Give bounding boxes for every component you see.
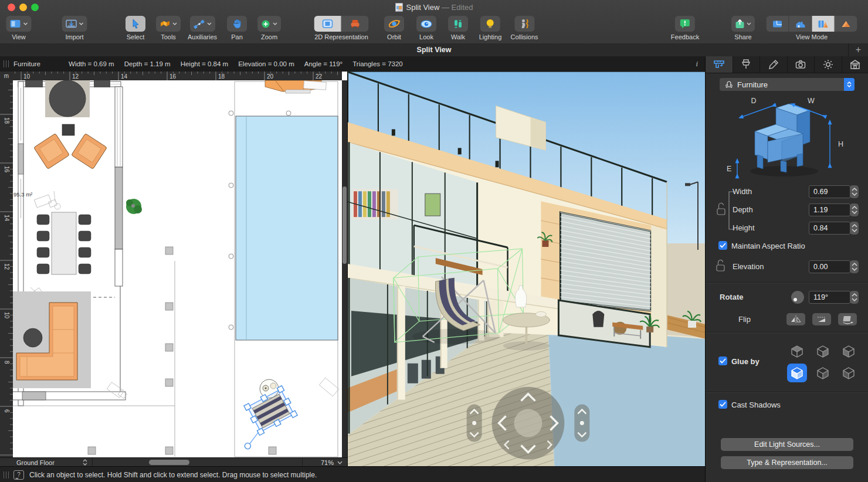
width-stepper[interactable] — [850, 185, 859, 198]
svg-text:18: 18 — [4, 117, 10, 124]
glue-ceiling-button[interactable] — [839, 364, 859, 382]
representation-3d-button[interactable] — [342, 16, 369, 32]
drag-grip-icon[interactable] — [4, 60, 9, 67]
maintain-aspect-ratio-checkbox[interactable] — [718, 241, 727, 250]
pool[interactable] — [236, 116, 338, 340]
depth-input[interactable]: 1.19 — [809, 203, 850, 216]
umbrella[interactable] — [265, 80, 326, 93]
tab-building[interactable] — [842, 56, 868, 73]
floor-selector-label: Ground Floor — [16, 459, 55, 466]
floor-plan-canvas[interactable]: 95.3 m² — [13, 80, 347, 457]
render-3d-scene — [348, 72, 705, 466]
width-input[interactable]: 0.69 — [809, 185, 850, 198]
glue-floor-button-selected[interactable] — [787, 364, 807, 382]
object-category-dropdown[interactable]: Furniture — [720, 78, 855, 91]
tools-button[interactable] — [156, 16, 181, 32]
view-mode-2d-button[interactable] — [767, 16, 789, 32]
floor-selector[interactable]: Ground Floor — [0, 458, 93, 467]
height-input[interactable]: 0.84 — [809, 222, 850, 235]
flip-horizontal-button[interactable] — [786, 313, 805, 325]
orbit-button[interactable] — [384, 16, 404, 32]
add-tab-button[interactable]: + — [848, 43, 868, 56]
tab-materials[interactable] — [733, 56, 761, 73]
category-popup-button[interactable] — [844, 78, 855, 91]
view-mode-elevation-button[interactable] — [789, 16, 812, 32]
tab-object-properties[interactable] — [706, 56, 733, 73]
view-button[interactable] — [6, 16, 32, 32]
auxiliaries-button[interactable] — [189, 16, 215, 32]
round-table[interactable] — [49, 80, 86, 117]
sun-icon — [822, 59, 834, 70]
svg-text:6: 6 — [4, 409, 10, 413]
glue-by-checkbox[interactable] — [718, 357, 727, 365]
view-mode-3d-button[interactable] — [835, 16, 857, 32]
glue-top-button[interactable] — [787, 342, 807, 361]
feet-icon — [453, 19, 463, 29]
caliper-icon — [713, 59, 725, 70]
auxiliaries-icon — [193, 19, 205, 29]
coffee-table[interactable] — [23, 328, 42, 347]
rotate-angle-input[interactable]: 119° — [809, 291, 850, 304]
armchair-icon — [724, 81, 734, 89]
height-stepper[interactable] — [850, 222, 859, 235]
glue-back-button[interactable] — [813, 342, 833, 361]
select-tool-button[interactable] — [126, 16, 145, 32]
cast-shadows-label: Cast Shadows — [731, 400, 781, 409]
look-button[interactable] — [416, 16, 436, 32]
tab-edit[interactable] — [760, 56, 788, 73]
walk-button[interactable] — [448, 16, 468, 32]
rotate-knob[interactable] — [791, 291, 804, 304]
help-bubble-icon: ? — [13, 470, 24, 480]
plan-horizontal-scrollbar[interactable] — [93, 458, 303, 467]
share-icon — [735, 19, 745, 29]
type-representation-button[interactable]: Type & Representation... — [721, 456, 853, 469]
side-table[interactable] — [62, 124, 74, 135]
render-3d-pane[interactable] — [347, 72, 705, 466]
plan-vertical-scrollbar[interactable] — [342, 80, 347, 457]
chevron-down-icon — [206, 22, 211, 25]
edit-light-sources-button[interactable]: Edit Light Sources... — [721, 438, 853, 451]
elevation-input[interactable]: 0.00 — [809, 260, 850, 273]
feedback-button[interactable] — [675, 16, 695, 32]
tab-split-view[interactable]: Split View — [417, 46, 452, 54]
horizontal-ruler: 10121416182022 — [13, 72, 342, 81]
drag-grip-icon[interactable] — [4, 471, 9, 478]
dining-set[interactable] — [37, 212, 91, 274]
selected-lounge-chair[interactable] — [228, 386, 300, 450]
svg-text:12: 12 — [4, 263, 10, 270]
glue-wall-button[interactable] — [813, 364, 833, 382]
cast-shadows-checkbox[interactable] — [718, 400, 727, 409]
armchair-left[interactable] — [34, 134, 70, 169]
flip-3d-button[interactable] — [838, 313, 857, 325]
roof-3d-icon — [841, 20, 852, 28]
glue-side-button[interactable] — [839, 342, 859, 361]
info-button[interactable]: i — [696, 59, 698, 69]
share-button[interactable] — [731, 16, 755, 32]
lighting-button[interactable] — [480, 16, 500, 32]
armchair-right[interactable] — [72, 134, 107, 169]
pan-button[interactable] — [227, 16, 247, 32]
dimensions-diagram: D W H E — [722, 95, 853, 182]
elevation-dim-label: E — [727, 165, 731, 173]
tab-camera[interactable] — [788, 56, 815, 73]
collision-person-icon — [519, 19, 529, 29]
representation-2d-button[interactable] — [314, 16, 342, 32]
flip-vertical-button[interactable] — [812, 313, 831, 325]
zoom-tool-button[interactable] — [257, 16, 281, 32]
depth-stepper[interactable] — [850, 203, 859, 216]
view-icon — [10, 19, 22, 28]
nav-tilt-pill[interactable] — [574, 405, 589, 442]
nav-elevation-pill[interactable] — [467, 405, 482, 442]
import-button[interactable] — [62, 16, 87, 32]
plant[interactable] — [126, 199, 142, 214]
plan-icon — [772, 20, 783, 28]
rotate-stepper[interactable] — [850, 291, 859, 304]
elevation-stepper[interactable] — [850, 260, 859, 273]
tab-daylight[interactable] — [815, 56, 842, 73]
svg-text:8: 8 — [4, 361, 10, 364]
orbit-icon — [388, 19, 401, 29]
collisions-button[interactable] — [514, 16, 534, 32]
zoom-level-selector[interactable]: 71% — [303, 459, 347, 466]
area-label: 95.3 m² — [13, 191, 32, 198]
view-mode-split-button[interactable] — [812, 16, 835, 32]
